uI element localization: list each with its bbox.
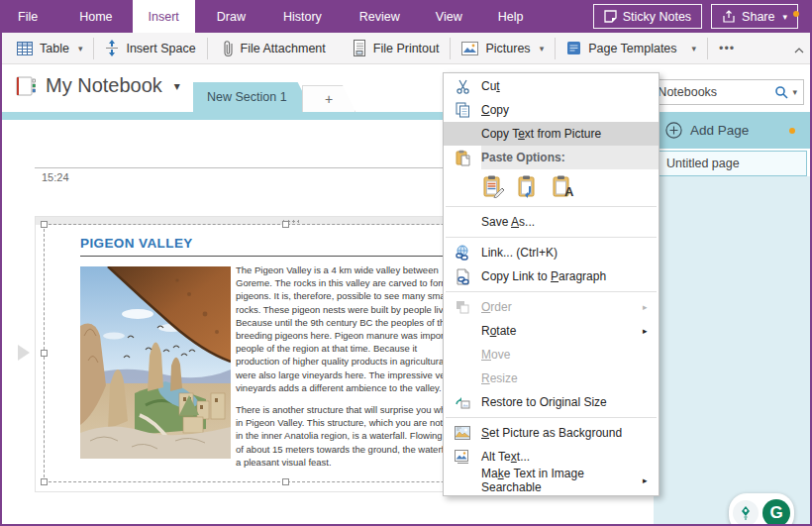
file-printout-button[interactable]: File Printout: [337, 33, 451, 63]
menu-item-order: Order ▸: [444, 295, 659, 319]
table-icon: [17, 42, 33, 55]
notification-dot: [793, 11, 799, 17]
copy-link-icon: [444, 268, 481, 285]
insert-ribbon-toolbar: Table▾ Insert Space File Attachment File…: [0, 33, 812, 64]
menu-paste-options-header: Paste Options:: [444, 146, 659, 169]
window-border-left: [0, 33, 2, 526]
menu-item-restore-original-size[interactable]: Restore to Original Size: [444, 390, 659, 414]
paste-options-row: A: [444, 169, 659, 203]
menu-item-resize: Resize: [444, 367, 659, 390]
submenu-arrow-icon: ▸: [643, 302, 659, 312]
search-caret-icon[interactable]: ▾: [792, 87, 797, 97]
restore-size-icon: [444, 395, 481, 410]
pictures-caret-icon: ▾: [540, 44, 545, 53]
share-button[interactable]: Share ▾: [711, 4, 798, 29]
onenote-window: File Home Insert Draw History Review Vie…: [0, 0, 812, 526]
order-icon: [444, 300, 481, 314]
more-commands-button[interactable]: •••: [708, 33, 746, 63]
menu-item-cut[interactable]: Cut: [444, 74, 659, 98]
menu-separator: [446, 291, 657, 292]
selection-handle-n[interactable]: [282, 221, 289, 228]
tab-review[interactable]: Review: [344, 0, 416, 33]
menu-separator: [446, 237, 657, 238]
add-page-plus-icon: [665, 122, 682, 139]
tab-draw[interactable]: Draw: [201, 0, 261, 33]
file-attachment-button[interactable]: File Attachment: [208, 33, 337, 63]
page-templates-icon: [566, 41, 581, 55]
paperclip-icon: [224, 40, 234, 57]
search-icon: [774, 85, 788, 99]
share-caret-icon: ▾: [782, 12, 787, 22]
picture-context-menu: Cut Copy Copy Text from Picture Paste Op…: [443, 72, 660, 496]
add-page-button[interactable]: Add Page: [654, 112, 810, 149]
page-list-item-untitled[interactable]: Untitled page: [657, 151, 807, 176]
pictures-icon: [461, 42, 478, 55]
link-icon: [444, 245, 481, 261]
tab-help[interactable]: Help: [482, 0, 540, 33]
pigeon-valley-photo[interactable]: [80, 266, 231, 459]
paste-merge-formatting-icon[interactable]: [516, 173, 542, 199]
menu-item-link[interactable]: Link... (Ctrl+K): [444, 241, 659, 264]
grammarly-g-icon: G: [762, 499, 790, 526]
menu-item-save-as[interactable]: Save As...: [444, 210, 659, 234]
menu-item-rotate[interactable]: Rotate ▸: [444, 319, 659, 343]
grammarly-widget[interactable]: G: [729, 493, 794, 526]
file-printout-icon: [353, 40, 366, 56]
section-tab-new-section-1[interactable]: New Section 1: [193, 82, 313, 112]
menu-item-alt-text[interactable]: Alt Text...: [444, 445, 659, 469]
tab-history[interactable]: History: [267, 0, 338, 33]
sticky-notes-button[interactable]: Sticky Notes: [593, 4, 702, 29]
tab-insert[interactable]: Insert: [133, 0, 195, 33]
selection-handle-w[interactable]: [41, 350, 48, 357]
insert-space-icon: [105, 40, 119, 56]
selection-handle-sw[interactable]: [41, 478, 48, 485]
table-button[interactable]: Table▾: [6, 33, 93, 63]
grammarly-bulb-icon: [733, 500, 759, 526]
alt-text-icon: [444, 450, 481, 465]
notebook-icon: [14, 75, 38, 97]
paragraph-handle-arrow[interactable]: [18, 345, 30, 361]
share-icon: [722, 10, 736, 23]
notebook-caret-icon: ▾: [174, 79, 180, 93]
set-background-icon: [444, 426, 481, 440]
selection-handle-s[interactable]: [282, 478, 289, 485]
notebook-dropdown[interactable]: My Notebook ▾: [14, 74, 180, 97]
selection-handle-nw[interactable]: [41, 221, 48, 228]
ribbon-tab-bar: File Home Insert Draw History Review Vie…: [0, 0, 812, 33]
menu-item-set-picture-as-background[interactable]: Set Picture as Background: [444, 421, 659, 445]
menu-item-make-text-searchable[interactable]: Make Text in Image Searchable ▸: [444, 469, 659, 492]
page-list-background: [654, 176, 810, 524]
tab-view[interactable]: View: [420, 0, 478, 33]
add-section-tab[interactable]: +: [302, 85, 355, 112]
menu-item-copy-text-from-picture[interactable]: Copy Text from Picture: [444, 122, 659, 146]
page-templates-button[interactable]: Page Templates▾: [556, 33, 707, 63]
menu-item-copy-link-to-paragraph[interactable]: Copy Link to Paragraph: [444, 264, 659, 288]
tab-file[interactable]: File: [0, 0, 55, 33]
page-templates-caret-icon: ▾: [692, 44, 697, 53]
submenu-arrow-icon: ▸: [643, 475, 659, 485]
copy-icon: [444, 102, 481, 118]
pages-sidebar: All Notebooks ▾ Add Page Untitled page: [654, 64, 810, 524]
menu-item-copy[interactable]: Copy: [444, 98, 659, 122]
page-timestamp: 15:24: [42, 171, 69, 183]
menu-item-move: Move: [444, 343, 659, 367]
chevron-up-icon: [794, 48, 804, 53]
insert-space-button[interactable]: Insert Space: [94, 33, 206, 63]
collapse-ribbon-chevron[interactable]: [794, 43, 804, 56]
paste-keep-text-only-icon[interactable]: A: [551, 173, 576, 199]
table-caret-icon: ▾: [78, 44, 83, 53]
menu-separator: [446, 206, 657, 207]
pictures-button[interactable]: Pictures▾: [451, 33, 555, 63]
sticky-note-icon: [604, 10, 617, 23]
svg-text:A: A: [564, 184, 574, 198]
tab-home[interactable]: Home: [63, 0, 128, 33]
submenu-arrow-icon: ▸: [643, 326, 659, 336]
paste-keep-source-formatting-icon[interactable]: [481, 173, 507, 199]
menu-separator: [446, 417, 657, 418]
add-page-notification-dot: [789, 128, 795, 134]
paste-icon: [444, 146, 481, 169]
cut-icon: [444, 79, 481, 94]
